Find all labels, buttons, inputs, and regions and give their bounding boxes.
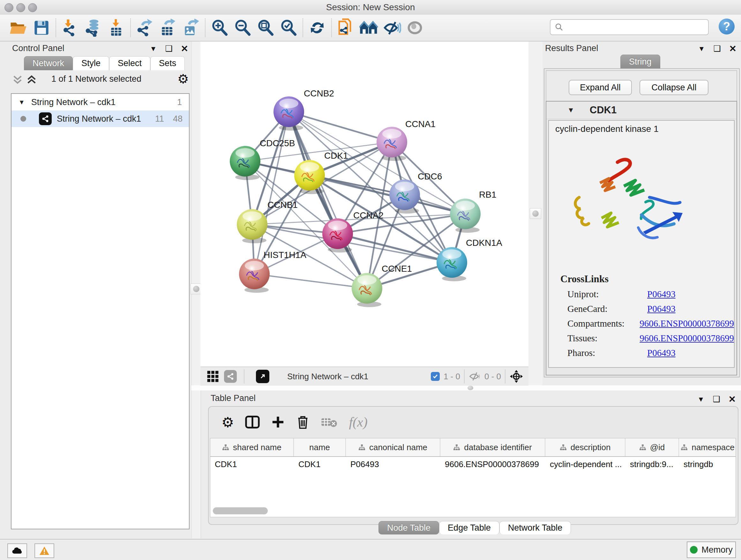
table-cell[interactable]: stringdb:9... <box>625 457 679 472</box>
results-panel-float-icon[interactable]: ❑ <box>713 44 721 54</box>
collection-expander-icon[interactable]: ▼ <box>18 99 25 106</box>
node-table[interactable]: shared namenamecanonical namedatabase id… <box>210 438 736 517</box>
tab-network[interactable]: Network <box>24 56 73 70</box>
crosslink-value-link[interactable]: P06493 <box>647 289 676 300</box>
column-header-@id[interactable]: @id <box>625 438 679 456</box>
column-header-namespace[interactable]: namespace <box>679 438 736 456</box>
control-panel-collapse-icon[interactable]: ▼ <box>150 45 157 53</box>
right-splitter[interactable] <box>529 42 542 385</box>
grid-view-icon[interactable] <box>207 370 219 382</box>
export-table-button[interactable] <box>156 17 179 38</box>
table-row[interactable]: CDK1CDK1P064939606.ENSP00000378699cyclin… <box>210 457 736 472</box>
network-options-gear-icon[interactable]: ⚙ <box>178 71 189 86</box>
crosslink-value-link[interactable]: P06493 <box>647 348 676 358</box>
hide-panels-button[interactable] <box>381 17 403 38</box>
network-canvas[interactable]: CCNB2CCNA1CDC25BCDK1CDC6RB1CCNB1CCNA2CDK… <box>200 42 529 367</box>
column-header-name[interactable]: name <box>294 438 346 456</box>
collapse-all-button[interactable]: Collapse All <box>639 80 709 95</box>
table-panel-collapse-icon[interactable]: ▼ <box>697 395 704 403</box>
help-button[interactable]: ? <box>719 18 735 35</box>
export-network-button[interactable] <box>133 17 156 38</box>
table-cell[interactable]: cyclin-dependent ... <box>545 457 625 472</box>
table-cell[interactable]: CDK1 <box>210 457 294 472</box>
control-panel-close-icon[interactable]: ✕ <box>181 44 188 54</box>
memory-button[interactable]: Memory <box>687 542 736 558</box>
tab-network-table[interactable]: Network Table <box>499 521 571 535</box>
tab-node-table[interactable]: Node Table <box>379 521 439 535</box>
gene-expander-icon[interactable]: ▼ <box>567 106 575 114</box>
import-network-database-button[interactable] <box>82 17 105 38</box>
table-cell[interactable]: CDK1 <box>294 457 346 472</box>
right-splitter-grip[interactable] <box>530 208 541 219</box>
control-panel-float-icon[interactable]: ❑ <box>165 44 172 54</box>
selected-checkbox-icon[interactable] <box>431 372 440 381</box>
search-input[interactable] <box>566 22 702 33</box>
network-collection-row[interactable]: ▼ String Network – cdk1 1 <box>11 94 189 111</box>
detach-view-icon[interactable] <box>256 370 269 383</box>
edge-CCNB2-HIST1H1A[interactable] <box>254 112 289 274</box>
column-header-shared-name[interactable]: shared name <box>210 438 294 456</box>
zoom-out-button[interactable] <box>231 17 254 38</box>
table-panel-close-icon[interactable]: ✕ <box>729 394 736 405</box>
string-import-button[interactable] <box>334 17 357 38</box>
crosslink-value-link[interactable]: P06493 <box>647 304 676 314</box>
table-cell[interactable]: 9606.ENSP00000378699 <box>441 457 545 472</box>
import-table-button[interactable] <box>105 17 128 38</box>
node-HIST1H1A[interactable] <box>239 259 270 293</box>
results-panel-collapse-icon[interactable]: ▼ <box>698 45 705 53</box>
table-settings-gear-icon[interactable]: ⚙ <box>221 414 234 430</box>
network-row-selected[interactable]: String Network – cdk1 11 48 <box>11 111 189 127</box>
collapse-all-chevron-icon[interactable] <box>12 75 23 85</box>
node-CCNA1[interactable] <box>377 127 407 161</box>
column-header-database-identifier[interactable]: database identifier <box>441 438 545 456</box>
tab-string[interactable]: String <box>620 55 660 69</box>
table-cell[interactable]: P06493 <box>346 457 441 472</box>
save-session-button[interactable] <box>30 17 53 38</box>
tab-edge-table[interactable]: Edge Table <box>439 521 499 535</box>
refresh-view-button[interactable] <box>306 17 329 38</box>
node-CDKN1A[interactable] <box>436 247 467 281</box>
expand-all-button[interactable]: Expand All <box>569 80 632 95</box>
table-panel-float-icon[interactable]: ❑ <box>713 394 720 404</box>
zoom-selected-button[interactable] <box>277 17 300 38</box>
birdseye-crosshair-icon[interactable] <box>509 369 523 383</box>
node-CCNB1[interactable] <box>237 209 267 243</box>
crosslink-value-link[interactable]: 9606.ENSP00000378699 <box>639 333 734 344</box>
warnings-button[interactable] <box>35 543 54 558</box>
zoom-fit-button[interactable] <box>254 17 277 38</box>
export-image-button[interactable] <box>179 17 202 38</box>
import-network-file-button[interactable] <box>59 17 82 38</box>
edge-HIST1H1A-CCNE1[interactable] <box>254 274 367 288</box>
column-header-description[interactable]: description <box>545 438 625 456</box>
tab-select[interactable]: Select <box>109 56 150 70</box>
results-panel-close-icon[interactable]: ✕ <box>729 44 737 54</box>
gene-section-header[interactable]: ▼ CDK1 <box>546 102 737 119</box>
expand-all-chevron-icon[interactable] <box>26 75 37 85</box>
show-panels-button[interactable] <box>403 17 426 38</box>
zoom-in-button[interactable] <box>208 17 231 38</box>
add-column-icon[interactable] <box>271 415 285 429</box>
node-CCNB2[interactable] <box>273 97 304 131</box>
delete-trash-icon[interactable] <box>296 415 310 430</box>
table-cell[interactable]: stringdb <box>679 457 736 472</box>
tab-sets[interactable]: Sets <box>150 56 185 70</box>
cloud-button[interactable] <box>7 543 27 558</box>
node-CDC25B[interactable] <box>230 146 260 180</box>
horizontal-scrollbar-thumb[interactable] <box>213 507 268 514</box>
column-header-canonical-name[interactable]: canonical name <box>346 438 441 456</box>
open-session-button[interactable] <box>7 17 30 38</box>
edge-CCNB2-CCNE1[interactable] <box>289 112 367 288</box>
crosslink-value-link[interactable]: 9606.ENSP00000378699 <box>639 318 734 329</box>
horizontal-splitter-grip[interactable] <box>468 386 473 390</box>
node-RB1[interactable] <box>450 199 481 233</box>
tab-style[interactable]: Style <box>73 56 109 70</box>
left-splitter[interactable] <box>192 42 201 538</box>
edge-CCNB2-CCNA1[interactable] <box>289 112 392 142</box>
share-view-icon[interactable] <box>224 370 237 383</box>
columns-icon[interactable] <box>245 415 260 430</box>
network-graph[interactable]: CCNB2CCNA1CDC25BCDK1CDC6RB1CCNB1CCNA2CDK… <box>200 42 529 367</box>
home-networks-button[interactable] <box>357 17 381 38</box>
node-label-HIST1H1A: HIST1H1A <box>264 250 307 260</box>
node-CCNE1[interactable] <box>352 273 382 307</box>
horizontal-splitter[interactable] <box>192 385 741 390</box>
